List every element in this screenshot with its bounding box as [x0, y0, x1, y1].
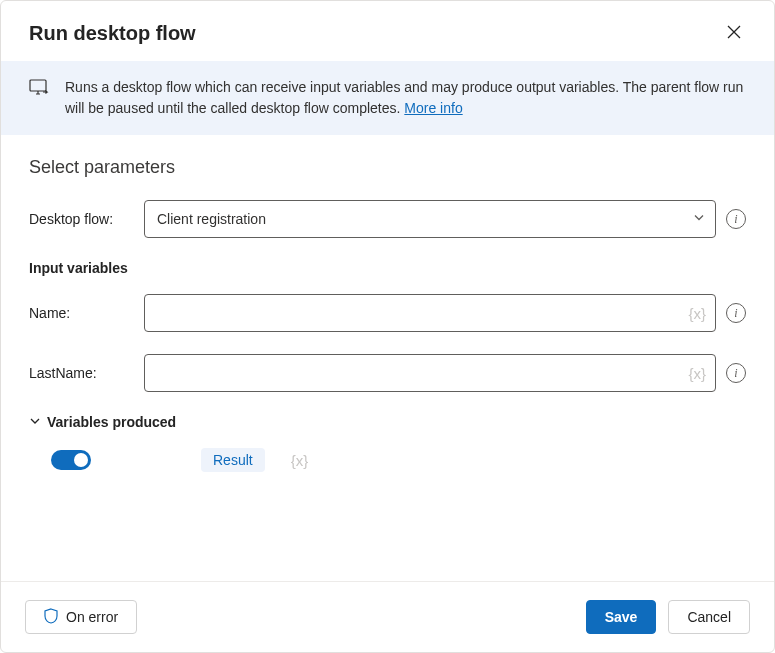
result-toggle[interactable]	[51, 450, 91, 470]
produced-row: Result {x}	[29, 448, 746, 472]
shield-icon	[44, 608, 58, 627]
desktop-flow-icon	[29, 79, 51, 102]
result-chip[interactable]: Result	[201, 448, 265, 472]
chevron-down-icon	[29, 414, 41, 430]
dialog-body: Select parameters Desktop flow: Client r…	[1, 135, 774, 581]
input-variables-title: Input variables	[29, 260, 746, 276]
info-icon[interactable]: i	[726, 303, 746, 323]
variable-icon: {x}	[291, 452, 309, 469]
desktop-flow-row: Desktop flow: Client registration i	[29, 200, 746, 238]
on-error-label: On error	[66, 609, 118, 625]
info-text: Runs a desktop flow which can receive in…	[65, 77, 746, 119]
lastname-label: LastName:	[29, 365, 134, 381]
desktop-flow-select[interactable]: Client registration	[144, 200, 716, 238]
dialog-title: Run desktop flow	[29, 22, 196, 45]
lastname-input[interactable]	[144, 354, 716, 392]
dialog-header: Run desktop flow	[1, 1, 774, 61]
lastname-row: LastName: {x} i	[29, 354, 746, 392]
info-icon[interactable]: i	[726, 363, 746, 383]
close-icon	[726, 24, 742, 43]
name-row: Name: {x} i	[29, 294, 746, 332]
variables-produced-header[interactable]: Variables produced	[29, 414, 746, 430]
name-label: Name:	[29, 305, 134, 321]
cancel-button[interactable]: Cancel	[668, 600, 750, 634]
variables-produced-label: Variables produced	[47, 414, 176, 430]
info-banner: Runs a desktop flow which can receive in…	[1, 61, 774, 135]
info-icon[interactable]: i	[726, 209, 746, 229]
desktop-flow-label: Desktop flow:	[29, 211, 134, 227]
close-button[interactable]	[718, 17, 750, 49]
on-error-button[interactable]: On error	[25, 600, 137, 634]
dialog-footer: On error Save Cancel	[1, 581, 774, 652]
more-info-link[interactable]: More info	[404, 100, 462, 116]
save-button[interactable]: Save	[586, 600, 657, 634]
run-desktop-flow-dialog: Run desktop flow Runs a desktop flow whi…	[0, 0, 775, 653]
svg-rect-0	[30, 80, 46, 91]
select-parameters-title: Select parameters	[29, 157, 746, 178]
name-input[interactable]	[144, 294, 716, 332]
